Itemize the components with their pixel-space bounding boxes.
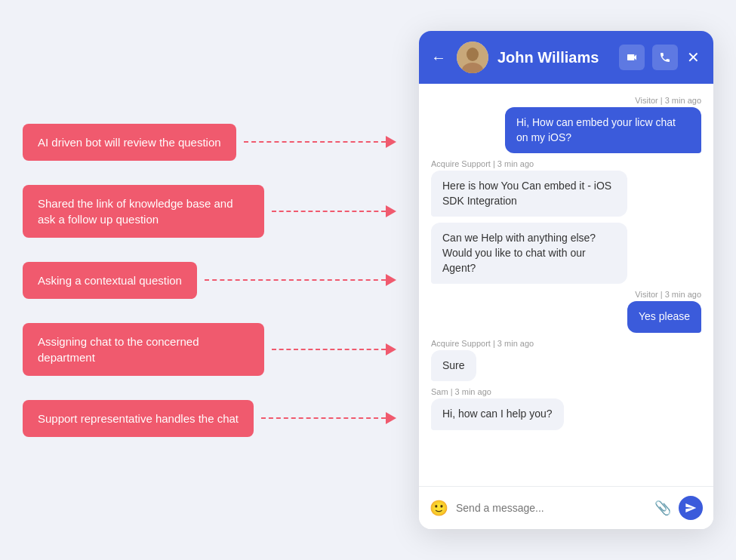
chat-header-actions: ✕: [619, 45, 701, 70]
attach-icon[interactable]: 📎: [654, 500, 671, 516]
step-row-support: Support representative handles the chat: [23, 400, 396, 437]
step-label-knowledge-base: Shared the link of knowledge base and as…: [23, 185, 264, 238]
msg-meta-5: Acquire Support | 3 min ago: [431, 339, 534, 348]
bubble-4: Yes please: [627, 301, 701, 333]
bubble-5: Sure: [431, 350, 476, 382]
step-row-assigning: Assigning chat to the concerned departme…: [23, 323, 396, 376]
step-label-assigning: Assigning chat to the concerned departme…: [23, 323, 264, 376]
chat-messages: Visitor | 3 min ago Hi, How can embed yo…: [419, 84, 713, 486]
dashed-line-support: [261, 417, 386, 419]
message-input[interactable]: [456, 502, 647, 514]
bubble-2: Here is how You Can embed it - iOS SDK I…: [431, 171, 627, 217]
main-container: AI driven bot will review the question S…: [0, 0, 736, 560]
back-icon[interactable]: ←: [431, 49, 446, 66]
dashed-line-knowledge-base: [272, 211, 386, 212]
message-6: Sam | 3 min ago Hi, how can I help you?: [431, 387, 701, 430]
bubble-3: Can we Help with anything else? Would yo…: [431, 223, 627, 284]
dashed-line-contextual: [205, 279, 386, 281]
message-5: Acquire Support | 3 min ago Sure: [431, 339, 701, 382]
arrowhead-ai-bot: [386, 136, 396, 148]
msg-meta-6: Sam | 3 min ago: [431, 387, 491, 396]
step-row-knowledge-base: Shared the link of knowledge base and as…: [23, 185, 396, 238]
chat-widget: ← John Williams ✕: [419, 31, 713, 529]
step-text-contextual: Asking a contextual question: [38, 274, 182, 287]
step-label-support: Support representative handles the chat: [23, 400, 254, 437]
emoji-icon[interactable]: 🙂: [430, 499, 448, 517]
chat-input-area: 🙂 📎: [419, 486, 713, 529]
message-2: Acquire Support | 3 min ago Here is how …: [431, 159, 701, 217]
step-row-ai-bot: AI driven bot will review the question: [23, 124, 396, 161]
step-text-knowledge-base: Shared the link of knowledge base and as…: [38, 197, 233, 226]
close-button[interactable]: ✕: [685, 48, 701, 66]
chat-contact-name: John Williams: [497, 49, 610, 66]
message-3: Can we Help with anything else? Would yo…: [431, 223, 701, 284]
left-panel: AI driven bot will review the question S…: [23, 124, 404, 437]
arrow-assigning: [272, 343, 396, 355]
msg-meta-4: Visitor | 3 min ago: [635, 290, 701, 299]
chat-header: ← John Williams ✕: [419, 31, 713, 84]
arrow-ai-bot: [244, 136, 396, 148]
send-button[interactable]: [679, 496, 703, 520]
video-call-button[interactable]: [619, 45, 645, 70]
step-text-assigning: Assigning chat to the concerned departme…: [38, 335, 199, 364]
arrowhead-support: [386, 412, 396, 424]
svg-point-1: [467, 48, 479, 61]
arrow-knowledge-base: [272, 205, 396, 217]
arrowhead-contextual: [386, 274, 396, 286]
msg-meta-2: Acquire Support | 3 min ago: [431, 159, 534, 168]
dashed-line-assigning: [272, 349, 386, 350]
arrowhead-assigning: [386, 343, 396, 355]
step-label-ai-bot: AI driven bot will review the question: [23, 124, 236, 161]
arrowhead-knowledge-base: [386, 205, 396, 217]
step-text-ai-bot: AI driven bot will review the question: [38, 136, 221, 149]
bubble-1: Hi, How can embed your licw chat on my i…: [505, 107, 701, 153]
dashed-line-ai-bot: [244, 141, 386, 143]
msg-meta-1: Visitor | 3 min ago: [635, 96, 701, 105]
arrow-contextual: [205, 274, 396, 286]
phone-call-button[interactable]: [652, 45, 678, 70]
message-1: Visitor | 3 min ago Hi, How can embed yo…: [431, 96, 701, 153]
message-4: Visitor | 3 min ago Yes please: [431, 290, 701, 333]
step-label-contextual: Asking a contextual question: [23, 262, 197, 299]
step-text-support: Support representative handles the chat: [38, 412, 239, 425]
step-row-contextual: Asking a contextual question: [23, 262, 396, 299]
bubble-6: Hi, how can I help you?: [431, 398, 564, 430]
arrow-support: [261, 412, 396, 424]
avatar: [457, 42, 488, 73]
